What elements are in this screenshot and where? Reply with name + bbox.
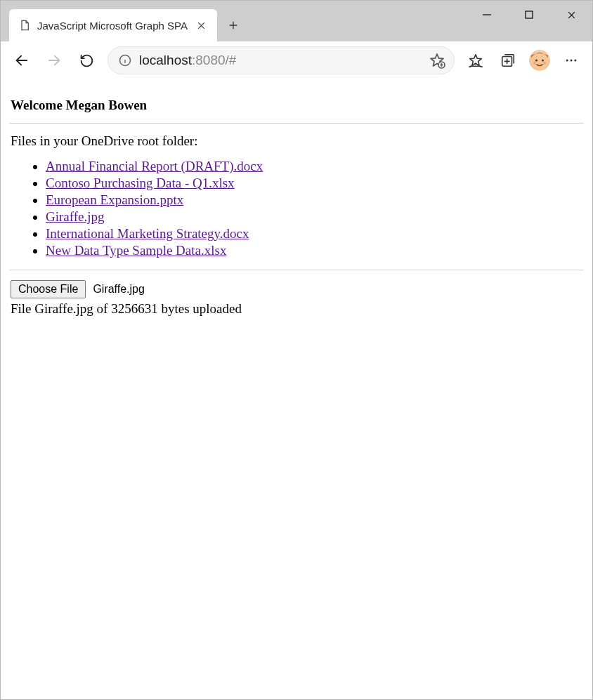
file-link[interactable]: International Marketing Strategy.docx: [46, 226, 249, 241]
url-host: localhost: [139, 53, 192, 67]
list-item: Annual Financial Report (DRAFT).docx: [46, 159, 584, 174]
file-link[interactable]: New Data Type Sample Data.xlsx: [46, 243, 226, 258]
file-link[interactable]: Contoso Purchasing Data - Q1.xlsx: [46, 176, 235, 190]
svg-point-9: [535, 59, 537, 61]
status-bytes: 3256631: [111, 301, 158, 316]
divider: [9, 123, 584, 124]
svg-point-10: [542, 59, 544, 61]
svg-point-12: [543, 62, 546, 65]
svg-point-13: [566, 60, 568, 62]
address-bar[interactable]: localhost:8080/#: [107, 46, 455, 74]
upload-status: File Giraffe.jpg of 3256631 bytes upload…: [11, 301, 584, 317]
status-filename: Giraffe.jpg: [34, 301, 93, 316]
more-menu-button[interactable]: [556, 45, 587, 76]
svg-marker-6: [470, 55, 482, 66]
divider: [9, 270, 584, 270]
status-middle: of: [93, 301, 111, 316]
list-item: Contoso Purchasing Data - Q1.xlsx: [46, 176, 584, 191]
list-item: Giraffe.jpg: [46, 209, 584, 225]
status-suffix: bytes uploaded: [158, 301, 242, 316]
page-content: Welcome Megan Bowen Files in your OneDri…: [1, 79, 592, 325]
browser-chrome: JavaScript Microsoft Graph SPA: [1, 1, 592, 79]
svg-point-15: [574, 60, 576, 62]
browser-tab[interactable]: JavaScript Microsoft Graph SPA: [9, 9, 217, 41]
collections-button[interactable]: [493, 45, 523, 76]
file-link[interactable]: Giraffe.jpg: [46, 209, 105, 224]
file-link[interactable]: Annual Financial Report (DRAFT).docx: [46, 159, 263, 173]
site-info-icon[interactable]: [118, 53, 132, 67]
tab-title: JavaScript Microsoft Graph SPA: [37, 20, 192, 32]
welcome-username: Megan Bowen: [66, 98, 148, 112]
svg-point-11: [533, 62, 536, 65]
url-path: :8080/#: [192, 53, 236, 67]
toolbar: localhost:8080/#: [1, 41, 592, 79]
list-item: European Expansion.pptx: [46, 192, 584, 208]
file-link[interactable]: European Expansion.pptx: [46, 192, 183, 207]
list-item: International Marketing Strategy.docx: [46, 226, 584, 242]
window-controls: [466, 1, 592, 29]
minimize-button[interactable]: [466, 1, 508, 29]
maximize-button[interactable]: [508, 1, 550, 29]
refresh-button[interactable]: [71, 45, 102, 76]
new-tab-button[interactable]: [217, 9, 249, 41]
close-window-button[interactable]: [550, 1, 592, 29]
titlebar: JavaScript Microsoft Graph SPA: [1, 1, 592, 41]
svg-point-14: [571, 60, 573, 62]
svg-rect-0: [526, 11, 533, 18]
file-list: Annual Financial Report (DRAFT).docxCont…: [9, 159, 584, 258]
chosen-file-name: Giraffe.jpg: [93, 283, 145, 296]
forward-button[interactable]: [39, 45, 70, 76]
choose-file-button[interactable]: Choose File: [11, 280, 86, 298]
profile-avatar[interactable]: [529, 50, 550, 71]
welcome-prefix: Welcome: [11, 98, 66, 112]
url-text: localhost:8080/#: [139, 53, 427, 68]
favorite-add-icon[interactable]: [427, 51, 447, 70]
list-item: New Data Type Sample Data.xlsx: [46, 243, 584, 258]
close-tab-button[interactable]: [192, 16, 210, 34]
intro-text: Files in your OneDrive root folder:: [11, 133, 584, 149]
back-button[interactable]: [6, 45, 37, 76]
file-input-row: Choose File Giraffe.jpg: [11, 280, 584, 298]
status-prefix: File: [11, 301, 34, 316]
favorites-button[interactable]: [460, 45, 491, 76]
page-icon: [19, 20, 30, 31]
welcome-heading: Welcome Megan Bowen: [11, 98, 584, 113]
